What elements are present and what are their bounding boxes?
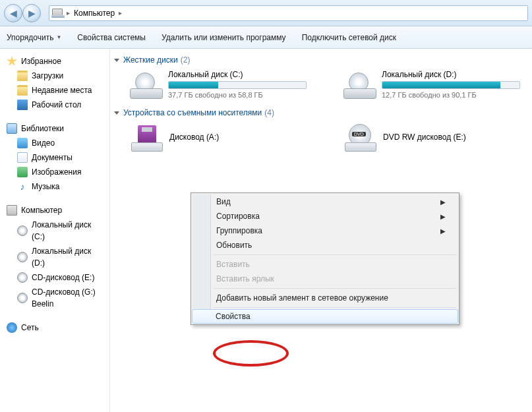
sidebar-computer[interactable]: Компьютер bbox=[3, 203, 107, 218]
floppy-icon bbox=[131, 124, 163, 152]
capacity-bar bbox=[382, 81, 520, 89]
folder-icon bbox=[17, 71, 28, 81]
map-network-drive-button[interactable]: Подключить сетевой диск bbox=[302, 33, 396, 42]
drive-free-space: 37,7 ГБ свободно из 58,8 ГБ bbox=[168, 91, 316, 99]
ctx-properties[interactable]: Свойства bbox=[192, 309, 458, 324]
sidebar-downloads[interactable]: Загрузки bbox=[3, 69, 107, 83]
sidebar-cd-e[interactable]: CD-дисковод (E:) bbox=[3, 270, 107, 285]
ctx-refresh[interactable]: Обновить bbox=[192, 238, 458, 252]
hard-disk-icon bbox=[130, 70, 163, 99]
sidebar-music[interactable]: ♪ Музыка bbox=[3, 179, 107, 194]
network-icon bbox=[7, 322, 17, 333]
sidebar-pictures[interactable]: Изображения bbox=[3, 165, 107, 179]
cd-icon bbox=[17, 293, 28, 303]
hard-disk-icon bbox=[343, 70, 376, 99]
desktop-icon bbox=[17, 100, 28, 110]
collapse-icon bbox=[114, 111, 119, 115]
capacity-bar bbox=[168, 81, 307, 89]
group-hard-drives[interactable]: Жесткие диски (2) bbox=[114, 55, 532, 65]
forward-button[interactable]: ▶ bbox=[22, 4, 41, 22]
sidebar-video[interactable]: Видео bbox=[3, 136, 107, 150]
ctx-add-network-location[interactable]: Добавить новый элемент в сетевое окружен… bbox=[192, 291, 458, 305]
ctx-paste: Вставить bbox=[192, 257, 458, 272]
context-menu: Вид▶ Сортировка▶ Группировка▶ Обновить В… bbox=[191, 192, 459, 325]
ctx-group[interactable]: Группировка▶ bbox=[192, 223, 458, 238]
content-pane[interactable]: Жесткие диски (2) Локальный диск (C:) 37… bbox=[110, 49, 532, 412]
chevron-down-icon: ▼ bbox=[56, 34, 61, 40]
folder-icon bbox=[17, 85, 28, 96]
drive-label: Локальный диск (C:) bbox=[168, 70, 316, 79]
drive-d[interactable]: Локальный диск (D:) 12,7 ГБ свободно из … bbox=[341, 67, 532, 102]
drive-free-space: 12,7 ГБ свободно из 90,1 ГБ bbox=[382, 91, 529, 99]
separator bbox=[214, 307, 456, 308]
separator bbox=[214, 288, 456, 289]
system-properties-button[interactable]: Свойства системы bbox=[77, 33, 146, 42]
sidebar-network[interactable]: Сеть bbox=[3, 320, 107, 335]
sidebar-desktop[interactable]: Рабочий стол bbox=[3, 98, 107, 112]
sidebar-local-d[interactable]: Локальный диск (D:) bbox=[3, 244, 107, 270]
drive-a[interactable]: Дисковод (A:) bbox=[127, 120, 318, 156]
disk-icon bbox=[17, 252, 28, 262]
video-icon bbox=[17, 138, 28, 148]
address-bar: ◀ ▶ ▸ Компьютер ▸ bbox=[0, 0, 532, 26]
image-icon bbox=[17, 167, 28, 177]
drive-label: Локальный диск (D:) bbox=[382, 70, 529, 79]
navigation-pane: Избранное Загрузки Недавние места Рабочи… bbox=[0, 49, 110, 412]
ctx-sort[interactable]: Сортировка▶ bbox=[192, 209, 458, 223]
star-icon bbox=[7, 56, 17, 67]
organize-label: Упорядочить bbox=[7, 33, 53, 42]
submenu-arrow-icon: ▶ bbox=[440, 213, 446, 220]
sidebar-recent[interactable]: Недавние места bbox=[3, 83, 107, 98]
group-removable[interactable]: Устройства со съемными носителями (4) bbox=[114, 108, 532, 117]
uninstall-program-button[interactable]: Удалить или изменить программу bbox=[162, 33, 286, 42]
cd-icon bbox=[17, 272, 28, 283]
drive-c[interactable]: Локальный диск (C:) 37,7 ГБ свободно из … bbox=[127, 67, 318, 102]
ctx-view[interactable]: Вид▶ bbox=[192, 194, 458, 209]
collapse-icon bbox=[114, 59, 119, 62]
organize-menu[interactable]: Упорядочить ▼ bbox=[7, 33, 61, 42]
music-icon: ♪ bbox=[17, 181, 28, 192]
chevron-right-icon: ▸ bbox=[67, 9, 70, 16]
dvd-icon bbox=[345, 124, 376, 152]
main-area: Избранное Загрузки Недавние места Рабочи… bbox=[0, 49, 532, 412]
nav-buttons: ◀ ▶ bbox=[4, 4, 41, 22]
chevron-right-icon: ▸ bbox=[119, 9, 122, 16]
drive-label: DVD RW дисковод (E:) bbox=[383, 132, 466, 142]
sidebar-local-c[interactable]: Локальный диск (C:) bbox=[3, 218, 107, 244]
breadcrumb-item[interactable]: Компьютер bbox=[74, 9, 115, 18]
disk-icon bbox=[17, 225, 28, 236]
computer-icon bbox=[52, 9, 63, 18]
sidebar-favorites[interactable]: Избранное bbox=[3, 54, 107, 69]
sidebar-documents[interactable]: Документы bbox=[3, 150, 107, 165]
drive-e[interactable]: DVD RW дисковод (E:) bbox=[341, 120, 532, 156]
sidebar-cd-g[interactable]: CD-дисковод (G:) Beelin bbox=[3, 285, 107, 311]
breadcrumb[interactable]: ▸ Компьютер ▸ bbox=[49, 5, 528, 21]
annotation-circle bbox=[213, 340, 289, 367]
toolbar: Упорядочить ▼ Свойства системы Удалить и… bbox=[0, 26, 532, 49]
library-icon bbox=[7, 123, 17, 134]
separator bbox=[214, 254, 456, 255]
submenu-arrow-icon: ▶ bbox=[440, 227, 446, 235]
sidebar-libraries[interactable]: Библиотеки bbox=[3, 121, 107, 136]
ctx-paste-shortcut: Вставить ярлык bbox=[192, 272, 458, 286]
back-button[interactable]: ◀ bbox=[4, 4, 22, 22]
drive-label: Дисковод (A:) bbox=[169, 132, 219, 142]
submenu-arrow-icon: ▶ bbox=[440, 198, 446, 206]
document-icon bbox=[17, 152, 28, 163]
computer-icon bbox=[7, 205, 17, 216]
